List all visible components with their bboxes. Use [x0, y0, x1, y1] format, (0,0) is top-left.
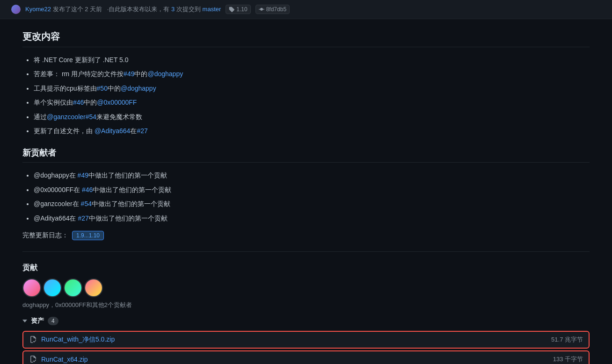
avatars-row: [22, 278, 590, 297]
link-46-contrib[interactable]: #46: [82, 186, 93, 193]
assets-section: 资产 4 RunCat_with_净信5.0.zip 51.7 兆字节: [22, 317, 590, 364]
contributor-avatar-3: [64, 278, 82, 297]
new-contributor-2: @0x00000FF在 #46中做出了他们的第一个贡献: [34, 185, 590, 195]
asset-size-1: 51.7 兆字节: [551, 335, 583, 344]
assets-toggle-icon: [22, 320, 27, 322]
changelog-badge[interactable]: 1.9...1.10: [72, 231, 104, 240]
contributor-avatar-1: [22, 278, 41, 297]
link-ganzcooler[interactable]: @ganzcooler: [47, 113, 86, 121]
change-item-5: 通过@ganzcooler#54来避免魔术常数: [34, 112, 590, 122]
user-avatar: [11, 5, 21, 14]
change-item-4: 单个实例仅由#46中的@0x00000FF: [34, 97, 590, 107]
link-54[interactable]: #54: [86, 113, 96, 121]
new-contributor-4: @Aditya664在 #27中做出了他们的第一个贡献: [34, 213, 590, 223]
username-link[interactable]: Kyome22: [25, 6, 51, 13]
asset-item-left-1: RunCat_with_净信5.0.zip: [29, 335, 115, 344]
new-contributors-title: 新贡献者: [22, 147, 590, 163]
link-aditya664[interactable]: @Aditya664: [95, 127, 130, 135]
change-item-6: 更新了自述文件，由 @Aditya664在#27: [34, 126, 590, 136]
link-doghappy1[interactable]: @doghappy: [147, 70, 183, 78]
link-49[interactable]: #49: [124, 70, 134, 78]
zip-icon-1: [29, 335, 37, 344]
changes-title: 更改内容: [22, 30, 590, 47]
link-54-contrib[interactable]: #54: [81, 200, 92, 207]
asset-item-2[interactable]: RunCat_x64.zip 133 千字节: [22, 350, 590, 364]
link-49-contrib[interactable]: #49: [78, 171, 88, 179]
commit-badge: 8fd7db5: [255, 5, 290, 14]
contributor-avatar-2: [43, 278, 62, 297]
change-item-1: 将 .NET Core 更新到了 .NET 5.0: [34, 55, 590, 65]
new-contributor-1: @doghappy在 #49中做出了他们的第一个贡献: [34, 170, 590, 180]
link-27[interactable]: #27: [137, 127, 147, 135]
asset-size-2: 133 千字节: [553, 355, 583, 364]
asset-name-1: RunCat_with_净信5.0.zip: [41, 335, 115, 344]
assets-title: 资产: [31, 317, 44, 325]
link-50[interactable]: #50: [97, 85, 108, 92]
link-46[interactable]: #46: [73, 99, 84, 106]
link-27-contrib[interactable]: #27: [78, 214, 88, 222]
release-header-bar: Kyome22 发布了这个 2 天前 ·自此版本发布以来，有 3 次提交到 ma…: [0, 0, 612, 19]
main-content: 更改内容 将 .NET Core 更新到了 .NET 5.0 苦差事： rm 用…: [0, 19, 612, 364]
contributors-title: 贡献: [22, 263, 590, 273]
zip-icon-2: [29, 355, 37, 364]
assets-count: 4: [48, 317, 58, 325]
link-0x00000ff[interactable]: @0x00000FF: [97, 99, 137, 106]
changes-list: 将 .NET Core 更新到了 .NET 5.0 苦差事： rm 用户特定的文…: [22, 55, 590, 136]
change-item-2: 苦差事： rm 用户特定的文件按#49中的@doghappy: [34, 69, 590, 79]
release-header-text: Kyome22 发布了这个 2 天前 ·自此版本发布以来，有 3 次提交到 ma…: [25, 5, 221, 14]
new-contributor-3: @ganzcooler在 #54中做出了他们的第一个贡献: [34, 199, 590, 209]
asset-name-2: RunCat_x64.zip: [41, 356, 88, 363]
commits-link[interactable]: 3: [171, 6, 175, 13]
asset-item-left-2: RunCat_x64.zip: [29, 355, 88, 364]
change-item-3: 工具提示的cpu标签由#50中的@doghappy: [34, 83, 590, 93]
contributor-avatar-4: [84, 278, 103, 297]
link-doghappy2[interactable]: @doghappy: [121, 85, 156, 92]
assets-header[interactable]: 资产 4: [22, 317, 590, 325]
contributors-names: doghappy，0x00000FF和其他2个贡献者: [22, 301, 590, 309]
changelog-label: 完整更新日志：: [22, 231, 68, 240]
asset-item-1[interactable]: RunCat_with_净信5.0.zip 51.7 兆字节: [22, 331, 590, 349]
page-container: Kyome22 发布了这个 2 天前 ·自此版本发布以来，有 3 次提交到 ma…: [0, 0, 612, 364]
new-contributors-list: @doghappy在 #49中做出了他们的第一个贡献 @0x00000FF在 #…: [22, 170, 590, 223]
section-divider: [22, 251, 590, 252]
tag-badge: 1.10: [226, 5, 250, 14]
branch-link[interactable]: master: [203, 6, 221, 13]
changelog-line: 完整更新日志： 1.9...1.10: [22, 231, 590, 240]
contributors-section: 贡献 doghappy，0x00000FF和其他2个贡献者: [22, 263, 590, 309]
